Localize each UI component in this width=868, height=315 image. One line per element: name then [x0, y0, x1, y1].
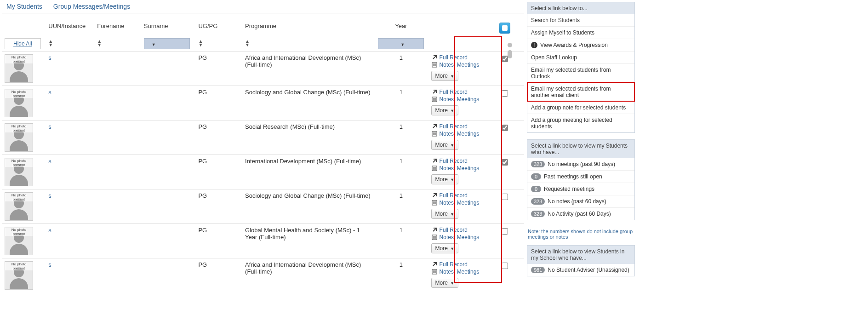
uun-link[interactable]: s [48, 261, 51, 268]
notes-icon [431, 131, 438, 137]
chevron-down-icon: ▼ [450, 74, 454, 79]
sort-programme[interactable]: ▲▼ [245, 40, 250, 47]
chevron-down-icon: ▼ [450, 143, 454, 148]
count-badge: 323 [531, 211, 545, 217]
year-value: 1 [374, 189, 428, 224]
stats-panel-item[interactable]: 323No Activity (past 60 Days) [527, 207, 634, 220]
col-forename[interactable]: Forename [94, 20, 141, 36]
ugpg-value: PG [195, 52, 242, 86]
more-button[interactable]: More ▼ [431, 243, 459, 253]
notes-icon [431, 165, 438, 172]
full-record-link[interactable]: Full Record [440, 54, 468, 61]
links-panel-item[interactable]: !View Awards & Progression [527, 39, 634, 51]
links-panel-item-label: Assign Myself to Students [531, 29, 594, 36]
count-badge: 981 [531, 267, 545, 273]
stats-panel-item-label: Past meetings still open [544, 173, 602, 180]
notes-icon [431, 62, 438, 68]
notes-icon [431, 269, 438, 275]
select-all-checkbox[interactable] [499, 23, 510, 34]
links-panel-item[interactable]: Add a group meeting for selected student… [527, 114, 634, 132]
notes-meetings-link[interactable]: Notes/ Meetings [440, 165, 480, 172]
full-record-link[interactable]: Full Record [440, 192, 468, 199]
uun-link[interactable]: s [48, 227, 51, 234]
uun-link[interactable]: s [48, 89, 51, 96]
stats-panel-item[interactable]: 323No meetings (past 90 days) [527, 158, 634, 170]
filter-surname[interactable]: ▼ [144, 38, 190, 49]
tab-my-students[interactable]: My Students [6, 3, 42, 10]
notes-meetings-link[interactable]: Notes/ Meetings [440, 269, 480, 275]
links-panel-item[interactable]: Assign Myself to Students [527, 26, 634, 39]
notes-meetings-link[interactable]: Notes/ Meetings [440, 131, 480, 137]
programme-value: Africa and International Development (MS… [242, 258, 374, 293]
links-panel-item[interactable]: Open Staff Lookup [527, 51, 634, 63]
table-row: No photo presentsPGSociology and Global … [2, 86, 524, 120]
external-link-icon [431, 227, 438, 233]
notes-meetings-link[interactable]: Notes/ Meetings [440, 96, 480, 103]
col-year[interactable]: Year [374, 20, 428, 36]
chevron-down-icon: ▼ [450, 109, 454, 113]
chevron-down-icon: ▼ [152, 42, 156, 47]
table-row: No photo presentsPGAfrica and Internatio… [2, 258, 524, 293]
vertical-scrollbar[interactable] [507, 43, 513, 282]
more-button[interactable]: More ▼ [431, 105, 459, 115]
notes-meetings-link[interactable]: Notes/ Meetings [440, 200, 480, 206]
stats-panel-item[interactable]: 0Requested meetings [527, 183, 634, 195]
table-row: No photo presentsPGInternational Develop… [2, 155, 524, 189]
full-record-link[interactable]: Full Record [440, 123, 468, 130]
programme-value: Africa and International Development (MS… [242, 52, 374, 86]
notes-meetings-link[interactable]: Notes/ Meetings [440, 234, 480, 241]
sort-uun[interactable]: ▲▼ [48, 40, 53, 47]
scroll-up-icon[interactable] [508, 43, 512, 47]
year-value: 1 [374, 86, 428, 120]
links-panel-item-label: View Awards & Progression [540, 42, 608, 48]
programme-value: International Development (MSc) (Full-ti… [242, 155, 374, 189]
more-button[interactable]: More ▼ [431, 140, 459, 150]
tab-group-messages[interactable]: Group Messages/Meetings [53, 3, 130, 10]
student-photo: No photo present [5, 227, 33, 255]
year-value: 1 [374, 224, 428, 258]
full-record-link[interactable]: Full Record [440, 158, 468, 164]
more-button[interactable]: More ▼ [431, 71, 459, 81]
notes-meetings-link[interactable]: Notes/ Meetings [440, 62, 480, 68]
no-photo-label: No photo present [5, 124, 33, 132]
sort-forename[interactable]: ▲▼ [97, 40, 102, 47]
uun-link[interactable]: s [48, 123, 51, 130]
stats-panel-item-label: No meetings (past 90 days) [548, 161, 615, 167]
school-panel-item[interactable]: 981No Student Adviser (Unassigned) [527, 264, 634, 276]
full-record-link[interactable]: Full Record [440, 89, 468, 95]
col-programme[interactable]: Programme [242, 20, 374, 36]
full-record-link[interactable]: Full Record [440, 227, 468, 233]
notes-icon [431, 96, 438, 103]
programme-value: Social Research (MSc) (Full-time) [242, 120, 374, 155]
col-surname[interactable]: Surname [141, 20, 196, 36]
col-uun[interactable]: UUN/Instance [46, 20, 94, 36]
col-ugpg[interactable]: UG/PG [195, 20, 242, 36]
stats-panel-item-label: Requested meetings [544, 186, 594, 192]
links-panel: Select a link below to... Search for Stu… [527, 2, 635, 133]
links-panel-item-label: Add a group note for selected students [531, 104, 626, 111]
scroll-thumb[interactable] [508, 50, 512, 58]
student-photo: No photo present [5, 123, 33, 152]
full-record-link[interactable]: Full Record [440, 261, 468, 268]
uun-link[interactable]: s [48, 192, 51, 199]
links-panel-item[interactable]: Search for Students [527, 14, 634, 26]
links-panel-item[interactable]: Email my selected students from Outlook [527, 63, 634, 82]
stats-panel-item[interactable]: 0Past meetings still open [527, 170, 634, 183]
stats-panel-item-label: No notes (past 60 days) [548, 198, 606, 205]
more-button[interactable]: More ▼ [431, 209, 459, 219]
notes-icon [431, 200, 438, 206]
links-panel-item[interactable]: Add a group note for selected students [527, 101, 634, 114]
chevron-down-icon: ▼ [400, 42, 405, 47]
sort-ugpg[interactable]: ▲▼ [198, 40, 203, 47]
ugpg-value: PG [195, 86, 242, 120]
my-students-stats-header: Select a link below to view my Students … [527, 140, 634, 158]
more-button[interactable]: More ▼ [431, 278, 459, 288]
uun-link[interactable]: s [48, 158, 51, 165]
stats-panel-item[interactable]: 323No notes (past 60 days) [527, 195, 634, 207]
uun-link[interactable]: s [48, 54, 51, 61]
filter-year[interactable]: ▼ [378, 38, 424, 49]
more-button[interactable]: More ▼ [431, 174, 459, 184]
school-panel-item-label: No Student Adviser (Unassigned) [548, 267, 629, 273]
links-panel-item[interactable]: Email my selected students from another … [527, 82, 634, 101]
hide-all-button[interactable]: Hide All [5, 38, 41, 49]
